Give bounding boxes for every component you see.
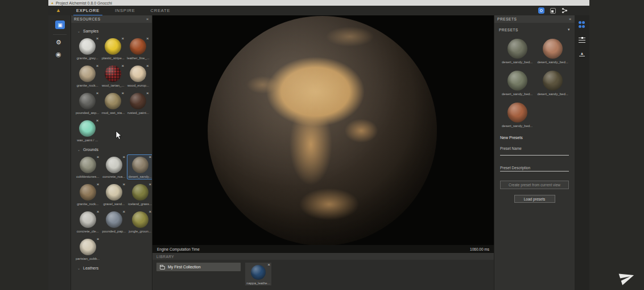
material-sphere-thumbnail[interactable]: [132, 157, 148, 173]
material-sphere-thumbnail[interactable]: [80, 239, 96, 255]
material-sphere-thumbnail[interactable]: [79, 66, 96, 82]
material-sphere-thumbnail[interactable]: [106, 184, 122, 201]
remove-icon[interactable]: ×: [146, 64, 149, 68]
material-thumb-cell[interactable]: × plastic_stripe...: [101, 36, 125, 60]
remove-icon[interactable]: ×: [97, 155, 100, 160]
remove-icon[interactable]: ×: [121, 36, 124, 41]
preset-thumb-cell[interactable]: desert_sandy_bed...: [501, 37, 533, 64]
tab-explore[interactable]: EXPLORE: [76, 8, 100, 13]
window-title-bar[interactable]: ▲ Project Alchemist 0.8.0 Gnocchi: [48, 0, 589, 6]
remove-icon[interactable]: ×: [122, 182, 125, 187]
material-thumb-cell[interactable]: × desert_sandy...: [127, 155, 152, 179]
material-sphere-thumbnail[interactable]: [132, 184, 148, 201]
remove-icon[interactable]: ×: [121, 91, 124, 96]
materials-view-icon[interactable]: ▣: [55, 21, 65, 29]
material-thumb-cell[interactable]: × leather_fine_...: [126, 36, 150, 60]
material-sphere-thumbnail[interactable]: [79, 120, 96, 137]
material-thumb-cell[interactable]: × granite_rock...: [75, 64, 100, 88]
apps-icon[interactable]: [550, 8, 556, 14]
material-thumb-cell[interactable]: × granite_grey...: [75, 36, 100, 60]
preset-sphere-thumbnail[interactable]: [507, 103, 527, 122]
remove-icon[interactable]: ×: [96, 64, 99, 68]
tab-inspire[interactable]: INSPIRE: [115, 8, 135, 13]
send-feedback-icon[interactable]: [618, 269, 636, 285]
share-icon[interactable]: [562, 7, 568, 14]
preset-sphere-thumbnail[interactable]: [507, 71, 527, 91]
material-sphere-thumbnail[interactable]: [106, 157, 122, 173]
material-thumb-cell[interactable]: × wood_europ...: [126, 64, 150, 88]
remove-icon[interactable]: ×: [148, 182, 151, 187]
material-thumb-cell[interactable]: × rusted_paint...: [126, 91, 150, 115]
material-thumb-cell[interactable]: × mud_wet_sta...: [101, 91, 125, 115]
export-icon[interactable]: ▲: [579, 51, 585, 56]
material-thumb-cell[interactable]: × granite_rock...: [75, 182, 100, 206]
material-thumb-cell[interactable]: × gravel_sand...: [101, 182, 126, 206]
collection-item[interactable]: My First Collection: [156, 263, 241, 271]
remove-icon[interactable]: ×: [96, 36, 99, 41]
load-presets-button[interactable]: Load presets: [514, 195, 555, 203]
create-preset-button[interactable]: Create preset from current view: [500, 181, 569, 189]
remove-icon[interactable]: ×: [121, 64, 124, 68]
close-icon[interactable]: ×: [569, 17, 572, 22]
remove-icon[interactable]: ×: [122, 210, 125, 214]
preset-thumb-cell[interactable]: desert_sandy_bed...: [501, 101, 533, 128]
material-sphere-thumbnail[interactable]: [130, 66, 146, 82]
material-sphere-thumbnail[interactable]: [132, 211, 148, 228]
material-thumb-cell[interactable]: × jungle_groun...: [127, 210, 152, 234]
display-settings-icon[interactable]: [579, 38, 585, 43]
material-thumb-cell[interactable]: × parisian_cobb...: [75, 237, 100, 261]
material-thumb-cell[interactable]: × concrete_cle...: [75, 210, 100, 234]
alchemist-logo-icon[interactable]: ▲: [56, 8, 61, 13]
material-sphere-3d[interactable]: [208, 16, 437, 245]
preset-description-input[interactable]: [500, 170, 569, 171]
settings-gear-icon[interactable]: ⚙: [56, 39, 61, 46]
material-thumb-cell[interactable]: × cobblestones...: [75, 155, 100, 179]
preset-thumb-cell[interactable]: desert_sandy_bed...: [536, 37, 568, 64]
material-sphere-thumbnail[interactable]: [79, 38, 96, 55]
preset-sphere-thumbnail[interactable]: [507, 39, 527, 59]
close-icon[interactable]: ×: [146, 17, 149, 22]
material-sphere-thumbnail[interactable]: [80, 184, 96, 201]
material-thumb-cell[interactable]: × pounded_asp...: [75, 91, 100, 115]
material-sphere-thumbnail[interactable]: [80, 211, 96, 228]
help-globe-icon[interactable]: ◉: [56, 51, 61, 58]
community-icon[interactable]: [538, 7, 544, 14]
remove-icon[interactable]: ×: [146, 91, 149, 96]
remove-icon[interactable]: ×: [148, 155, 151, 160]
viewport-3d[interactable]: [152, 15, 494, 245]
library-thumb-cell[interactable]: × nappa_leathe...: [245, 263, 271, 285]
remove-icon[interactable]: ×: [97, 237, 100, 242]
remove-icon[interactable]: ×: [97, 182, 100, 187]
material-thumb-cell[interactable]: × wax_paint / ...: [75, 119, 100, 142]
preset-thumb-cell[interactable]: desert_sandy_bed...: [536, 69, 568, 96]
material-sphere-thumbnail[interactable]: [105, 66, 121, 82]
section-header-leathers[interactable]: ⌄ Leathers: [75, 266, 148, 270]
material-sphere-thumbnail[interactable]: [79, 93, 96, 109]
remove-icon[interactable]: ×: [146, 36, 149, 41]
preset-sphere-thumbnail[interactable]: [543, 39, 563, 59]
material-sphere-thumbnail[interactable]: [80, 157, 96, 173]
material-thumb-cell[interactable]: × pounded_pap...: [101, 210, 126, 234]
material-grid-view-icon[interactable]: [579, 21, 586, 28]
remove-icon[interactable]: ×: [96, 119, 99, 123]
presets-group-header[interactable]: PRESETS ▾: [494, 23, 575, 32]
material-thumb-cell[interactable]: × concrete_roa...: [101, 155, 126, 179]
preset-sphere-thumbnail[interactable]: [543, 71, 563, 91]
material-sphere-thumbnail[interactable]: [106, 211, 122, 228]
section-header-grounds[interactable]: ⌄ Grounds: [75, 148, 148, 152]
remove-icon[interactable]: ×: [97, 210, 100, 214]
remove-icon[interactable]: ×: [148, 210, 151, 214]
preset-name-input[interactable]: [500, 150, 569, 156]
tab-create[interactable]: CREATE: [151, 8, 171, 13]
preset-thumb-cell[interactable]: desert_sandy_bed...: [501, 69, 533, 96]
material-sphere-thumbnail[interactable]: [105, 93, 121, 109]
remove-icon[interactable]: ×: [122, 155, 125, 160]
material-sphere-thumbnail[interactable]: [251, 265, 266, 280]
chevron-down-icon[interactable]: ▾: [568, 27, 570, 32]
material-sphere-thumbnail[interactable]: [130, 93, 146, 109]
remove-icon[interactable]: ×: [96, 91, 99, 96]
material-thumb-cell[interactable]: × iceland_grass...: [127, 182, 152, 206]
material-sphere-thumbnail[interactable]: [130, 38, 146, 55]
remove-icon[interactable]: ×: [267, 263, 270, 267]
section-header-samples[interactable]: ⌄ Samples: [75, 29, 148, 33]
